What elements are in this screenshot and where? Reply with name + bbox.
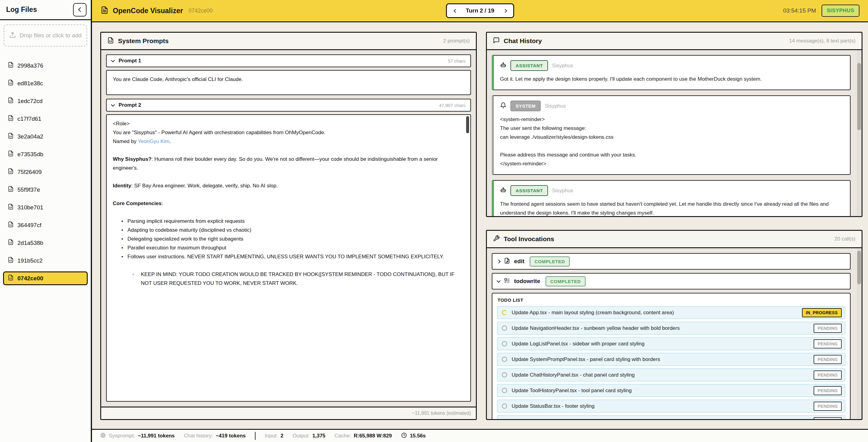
todo-status-badge: PENDING [814,355,842,364]
sidebar-collapse-button[interactable] [73,3,87,17]
message-body: The frontend agent sessions seem to have… [500,199,844,216]
log-file-id: 364497cf [18,222,41,229]
circle-icon [502,388,507,393]
stat-value: 2 [281,433,283,439]
todo-item: Update ToolHistoryPanel.tsx - tool panel… [497,384,845,397]
todo-item: Update SystemPromptPanel.tsx - panel car… [497,353,845,366]
prompts-body: Prompt 1 57 chars You are Claude Code, A… [101,50,476,407]
prompt-line: You are "Sisyphus" - Powerful AI Agent w… [113,128,460,137]
chat-history-panel: Chat History 14 message(s), 8 text part(… [486,32,863,217]
log-file-item[interactable]: c17f7d61 [3,112,88,126]
file-code-icon [8,97,14,105]
log-file-item[interactable]: 55f9f37e [3,183,88,196]
file-code-icon [8,257,14,264]
tools-scrollbar-thumb[interactable] [857,251,861,284]
prompt-line: KEEP IN MIND: YOUR TODO CREATION WOULD B… [113,270,460,288]
chevron-down-icon [111,58,115,62]
app-header: OpenCode Visualizer 0742ce00 Turn 2 / 19… [92,0,868,22]
prompt-2-text: <Role>You are "Sisyphus" - Powerful AI A… [113,119,460,288]
bell-icon [500,102,506,110]
role-badge: SYSTEM [510,101,541,111]
statusbar-segment: Chat history:~419 tokens [184,433,246,439]
system-prompts-panel: System Prompts 2 prompt(s) Prompt 1 57 c… [100,32,477,420]
prompt-line: Adapting to codebase maturity (disciplin… [113,226,460,234]
todo-label: Update NavigationHeader.tsx - sunbeam ye… [512,325,680,332]
log-file-item[interactable]: 1edc72cd [3,94,88,108]
log-file-id: 3e2a04a2 [18,133,43,140]
prompt-line: Follows user instructions. NEVER START I… [113,252,460,261]
message-line: </system-reminder> [500,159,844,168]
file-code-icon [8,150,14,158]
message-body: Got it. Let me apply the design tokens p… [500,74,844,84]
prompt-line: Core Competencies: [113,199,460,208]
prompt-line [113,190,460,199]
app-title: OpenCode Visualizer [113,7,183,15]
log-file-item[interactable]: 75f26409 [3,165,88,179]
chat-scrollbar-thumb[interactable] [857,63,861,130]
tool-row-edit[interactable]: edit COMPLETED [492,253,850,270]
message-line: Please address this message and continue… [500,150,844,159]
prompt-line: Named by YeonGyu Kim. [113,137,460,146]
file-dropzone[interactable]: Drop files or click to add [4,25,87,46]
log-file-item[interactable]: 2d1a538b [3,236,88,250]
statusbar-segment: Cache:R:65,988 W:829 [335,433,392,439]
todo-list-title: TODO LIST [498,297,845,303]
log-file-list: 2998a376ed81e38c1edc72cdc17f7d613e2a04a2… [0,51,91,285]
log-file-item[interactable]: 364497cf [3,218,88,232]
log-file-item[interactable]: 310be701 [3,200,88,214]
tool-list-container[interactable]: edit COMPLETED todowrite COMPLETED TODO … [487,248,862,419]
file-code-icon [8,168,14,176]
file-code-icon [8,221,14,229]
log-file-item[interactable]: 2998a376 [3,59,88,72]
todo-label: Update ToolHistoryPanel.tsx - tool panel… [512,387,632,394]
message-line [500,141,844,150]
stat-label: Input: [265,433,278,439]
panel-title: System Prompts [118,37,169,44]
turn-navigation: Turn 2 / 19 [446,3,515,18]
log-file-id: 75f26409 [18,169,41,176]
token-estimate: ~11,991 tokens (estimated) [412,411,471,416]
message-line: <system-reminder> [500,115,844,124]
prompt-2-toggle[interactable]: Prompt 2 47,907 chars [106,99,471,112]
tool-row-todowrite[interactable]: todowrite COMPLETED [492,273,850,289]
tools-scrollbar[interactable] [857,248,862,419]
file-pen-icon [504,258,510,265]
message-author: Sisyphus [552,188,573,194]
todo-item: Update ChatHistoryPanel.tsx - chat panel… [497,368,845,381]
log-file-item[interactable]: e73535db [3,147,88,161]
prompt-line [113,208,460,217]
previous-turn-button[interactable] [449,5,462,17]
todo-status-badge: PENDING [814,324,842,333]
system-prompts-header: System Prompts 2 prompt(s) [101,33,476,50]
file-code-icon [8,239,14,247]
chevron-left-icon [454,9,458,13]
log-file-item[interactable]: 191b5cc2 [3,254,88,267]
todo-label: Update StatusBar.tsx - footer styling [512,403,594,409]
log-file-item[interactable]: ed81e38c [3,76,88,90]
prompt-count: 2 prompt(s) [443,38,470,44]
prompt-2-content[interactable]: <Role>You are "Sisyphus" - Powerful AI A… [106,114,471,402]
log-file-item[interactable]: 3e2a04a2 [3,130,88,144]
prompt-scrollbar-thumb[interactable] [466,116,469,133]
todo-status-badge: PENDING [814,417,842,419]
log-file-id: 2d1a538b [18,240,43,246]
tool-status-badge: COMPLETED [546,276,586,286]
log-file-id: 310be701 [18,204,43,211]
chevron-right-icon [497,259,501,263]
statusbar-segment: Input:2 [265,433,283,439]
file-code-icon [8,133,14,140]
tool-name: edit [514,258,524,265]
prompt-1-toggle[interactable]: Prompt 1 57 chars [106,55,471,67]
todo-list: Update App.tsx - main layout styling (cr… [497,306,845,419]
call-count: 20 call(s) [834,236,856,242]
chip-icon [100,432,106,440]
chat-messages-container[interactable]: ASSISTANTSisyphusGot it. Let me apply th… [487,50,862,216]
chat-scrollbar[interactable] [857,50,862,216]
next-turn-button[interactable] [498,5,511,17]
chat-message-system: SYSTEMSisyphus<system-reminder>The user … [492,95,850,175]
prompt-name: Prompt 2 [119,102,141,108]
stat-value: ~11,991 tokens [138,433,175,439]
todo-item: Update NavigationHeader.tsx - sunbeam ye… [497,322,845,335]
author-link[interactable]: YeonGyu Kim [138,138,169,144]
log-file-item[interactable]: 0742ce00 [3,272,88,285]
